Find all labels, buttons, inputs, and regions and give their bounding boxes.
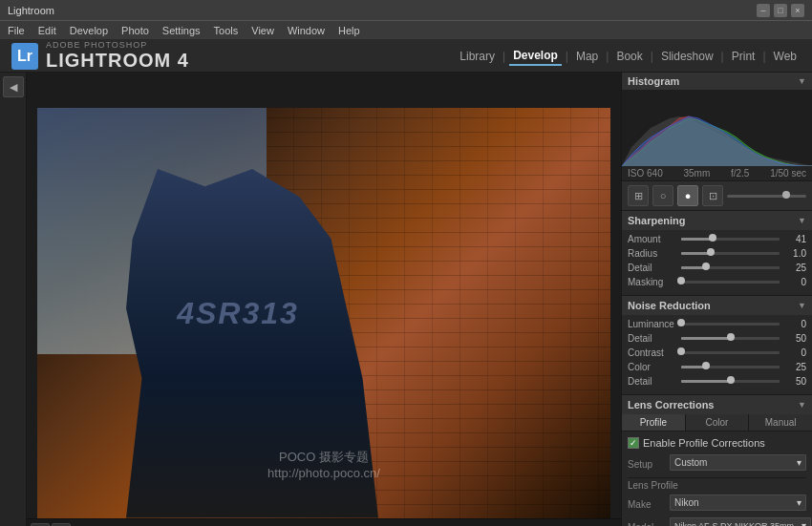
titlebar: Lightroom – □ × <box>0 0 812 21</box>
lens-corrections-title: Lens Corrections <box>628 399 714 410</box>
menu-tools[interactable]: Tools <box>214 25 239 36</box>
noise-reduction-header[interactable]: Noise Reduction ▼ <box>622 296 812 315</box>
tool-grid-btn[interactable]: ⊞ <box>628 185 649 206</box>
setup-select[interactable]: Custom ▾ <box>670 454 806 471</box>
lens-tab-profile[interactable]: Profile <box>622 414 686 431</box>
model-row: Model Nikon AF-S DX NIKKOR 35mm... ▾ <box>628 517 806 526</box>
lens-divider <box>628 477 806 478</box>
person-silhouette <box>95 169 410 518</box>
sharpening-radius-value: 1.0 <box>783 248 806 259</box>
photo-area: 4SR313 POCO 摄影专题 http://photo.poco.cn/ ◀… <box>27 73 621 526</box>
content-area: ◀ 4SR313 POCO 摄影专题 http://photo.poco.cn/… <box>0 73 812 526</box>
enable-profile-checkbox[interactable]: ✓ <box>628 437 639 449</box>
module-develop[interactable]: Develop <box>509 47 562 66</box>
lens-corrections-section: Lens Corrections ▼ Profile Color Manual … <box>622 395 812 526</box>
sharpening-masking-thumb[interactable] <box>677 277 685 284</box>
sharpening-radius-thumb[interactable] <box>707 248 715 256</box>
model-chevron: ▾ <box>801 520 806 526</box>
tool-slider[interactable] <box>727 195 806 198</box>
menu-window[interactable]: Window <box>288 25 325 36</box>
noise-col-detail-track[interactable] <box>681 380 780 383</box>
noise-luminance-thumb[interactable] <box>677 319 685 326</box>
lightroom-logo: Lr <box>11 43 38 70</box>
menu-edit[interactable]: Edit <box>38 25 56 36</box>
menu-photo[interactable]: Photo <box>121 25 149 36</box>
make-value: Nikon <box>674 497 699 508</box>
filmstrip: ◀ ▶ <box>27 518 621 527</box>
hist-focal: 35mm <box>683 168 710 179</box>
sharpening-detail-value: 25 <box>783 263 806 273</box>
sharpening-title: Sharpening <box>628 215 686 226</box>
module-print[interactable]: Print <box>728 48 759 65</box>
sharpening-radius-track[interactable] <box>681 252 780 255</box>
noise-color-thumb[interactable] <box>702 362 710 369</box>
sharpening-amount-thumb[interactable] <box>709 234 716 242</box>
top-nav: Lr ADOBE PHOTOSHOP LIGHTROOM 4 Library |… <box>0 40 812 73</box>
sharpening-body: Amount 41 Radius 1. <box>622 230 812 295</box>
sharpening-masking-track[interactable] <box>681 281 780 284</box>
noise-lum-detail-value: 50 <box>783 333 806 344</box>
histogram-header[interactable]: Histogram ▼ <box>622 73 812 90</box>
noise-luminance-track[interactable] <box>681 323 780 326</box>
lens-tab-color[interactable]: Color <box>686 414 750 431</box>
lens-corrections-header[interactable]: Lens Corrections ▼ <box>622 395 812 414</box>
noise-contrast-thumb[interactable] <box>677 347 685 355</box>
tool-circle-btn[interactable]: ○ <box>652 185 673 206</box>
menu-settings[interactable]: Settings <box>162 25 201 36</box>
sharpening-amount-label: Amount <box>628 234 677 244</box>
window-controls: – □ × <box>757 4 804 17</box>
sharpening-radius-row: Radius 1.0 <box>628 248 806 259</box>
menu-develop[interactable]: Develop <box>70 25 108 36</box>
histogram-info: ISO 640 35mm f/2.5 1/50 sec <box>622 166 812 180</box>
tool-square-btn[interactable]: ⊡ <box>702 185 723 206</box>
photo-container: 4SR313 POCO 摄影专题 http://photo.poco.cn/ <box>37 108 610 518</box>
noise-col-detail-fill <box>681 380 731 383</box>
menu-view[interactable]: View <box>251 25 274 36</box>
enable-profile-row: ✓ Enable Profile Corrections <box>628 437 806 449</box>
tool-dot-btn[interactable]: ● <box>677 185 698 206</box>
lr-title-block: ADOBE PHOTOSHOP LIGHTROOM 4 <box>46 40 189 72</box>
noise-col-detail-label: Detail <box>628 376 677 387</box>
model-select[interactable]: Nikon AF-S DX NIKKOR 35mm... ▾ <box>670 517 811 526</box>
enable-profile-label: Enable Profile Corrections <box>643 437 765 449</box>
make-select[interactable]: Nikon ▾ <box>670 494 806 511</box>
noise-contrast-track[interactable] <box>681 351 780 354</box>
menu-help[interactable]: Help <box>338 25 360 36</box>
nav-sep-4: | <box>651 50 653 63</box>
nav-sep-5: | <box>721 50 724 63</box>
histogram-canvas <box>622 90 812 166</box>
noise-reduction-title: Noise Reduction <box>628 300 711 311</box>
module-library[interactable]: Library <box>456 48 499 65</box>
lens-tab-manual[interactable]: Manual <box>749 414 812 431</box>
module-map[interactable]: Map <box>572 48 602 65</box>
noise-lum-detail-track[interactable] <box>681 337 780 340</box>
noise-col-detail-thumb[interactable] <box>727 376 735 384</box>
module-slideshow[interactable]: Slideshow <box>657 48 717 65</box>
photo-background: 4SR313 POCO 摄影专题 http://photo.poco.cn/ <box>37 108 610 518</box>
noise-contrast-label: Contrast <box>628 347 677 358</box>
noise-lum-detail-row: Detail 50 <box>628 333 806 344</box>
sharpening-detail-thumb[interactable] <box>702 263 710 270</box>
lens-chevron: ▼ <box>798 400 806 410</box>
noise-lum-detail-thumb[interactable] <box>727 333 735 341</box>
close-button[interactable]: × <box>791 4 804 17</box>
sharpening-header[interactable]: Sharpening ▼ <box>622 211 812 230</box>
sharpening-masking-row: Masking 0 <box>628 277 806 287</box>
menubar: File Edit Develop Photo Settings Tools V… <box>0 21 812 40</box>
module-book[interactable]: Book <box>612 48 646 65</box>
noise-color-track[interactable] <box>681 366 780 368</box>
left-tool-1[interactable]: ◀ <box>3 76 24 97</box>
noise-col-detail-value: 50 <box>783 376 806 387</box>
sharpening-detail-track[interactable] <box>681 266 780 269</box>
module-web[interactable]: Web <box>770 48 801 65</box>
noise-lum-detail-label: Detail <box>628 333 677 344</box>
minimize-button[interactable]: – <box>757 4 770 17</box>
noise-color-row: Color 25 <box>628 362 806 372</box>
noise-reduction-section: Noise Reduction ▼ Luminance 0 Detail <box>622 296 812 395</box>
sharpening-amount-track[interactable] <box>681 238 780 241</box>
sharpening-radius-label: Radius <box>628 248 677 259</box>
tool-slider-thumb[interactable] <box>782 191 790 199</box>
menu-file[interactable]: File <box>8 25 25 36</box>
lens-tabs: Profile Color Manual <box>622 414 812 431</box>
maximize-button[interactable]: □ <box>774 4 787 17</box>
